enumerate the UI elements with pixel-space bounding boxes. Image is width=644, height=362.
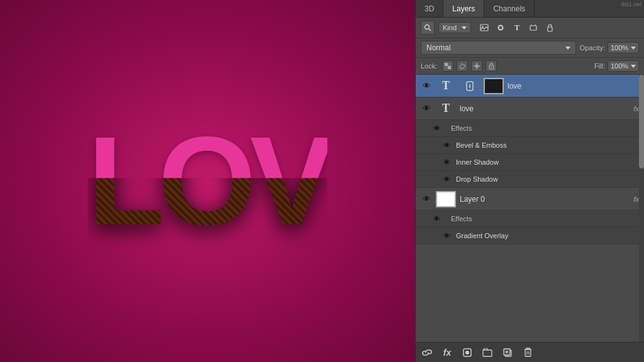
svg-point-22 — [465, 351, 469, 354]
svg-rect-23 — [483, 350, 492, 356]
search-icon[interactable] — [421, 21, 435, 35]
add-mask-icon[interactable] — [461, 346, 474, 359]
lock-position-icon[interactable] — [471, 60, 482, 72]
layer-effects-group-2[interactable]: 👁 Effects — [416, 211, 644, 228]
opacity-input[interactable]: 100% — [608, 42, 639, 53]
svg-point-3 — [482, 26, 483, 27]
layer-text-icon: T — [436, 78, 456, 94]
layer0-thumbnail — [436, 191, 456, 207]
svg-rect-13 — [445, 66, 448, 69]
svg-line-1 — [429, 29, 431, 31]
fill-input[interactable]: 100% — [608, 60, 639, 72]
fill-section: Fill: 100% — [594, 60, 639, 72]
layer-inner-shadow[interactable]: 👁 Inner Shadow — [416, 154, 644, 171]
bevel-eye-icon[interactable]: 👁 — [441, 140, 452, 151]
svg-point-18 — [491, 67, 492, 68]
scrollbar-track[interactable] — [639, 75, 644, 342]
kind-select[interactable]: Kind — [438, 22, 471, 33]
layer-item-love-selected[interactable]: 👁 T love — [416, 75, 644, 97]
create-group-icon[interactable] — [481, 346, 494, 359]
svg-rect-6 — [530, 26, 536, 30]
create-new-layer-icon[interactable] — [501, 346, 514, 359]
layers-list: 👁 T love 👁 T love fx 👁 E — [416, 75, 644, 342]
kind-chevron-icon — [462, 26, 467, 30]
gradient-eye-icon[interactable]: 👁 — [441, 230, 452, 241]
fill-chevron-icon — [631, 65, 636, 68]
blend-opacity-bar: Normal Opacity: 100% — [416, 38, 644, 58]
opacity-section: Opacity: 100% — [580, 42, 639, 53]
watermark: ib51.net — [621, 1, 641, 8]
effects-2-eye-icon[interactable]: 👁 — [431, 213, 442, 224]
delete-layer-icon[interactable] — [521, 346, 534, 359]
tab-layers[interactable]: Layers — [443, 0, 484, 17]
layer-effects-group[interactable]: 👁 Effects — [416, 120, 644, 137]
tab-channels[interactable]: Channels — [484, 0, 535, 17]
drop-shadow-eye-icon[interactable]: 👁 — [441, 173, 452, 185]
layer-bevel-emboss[interactable]: 👁 Bevel & Emboss — [416, 137, 644, 154]
blend-mode-select[interactable]: Normal — [421, 41, 576, 55]
canvas: LOV LOV — [0, 0, 415, 362]
svg-rect-28 — [525, 349, 531, 356]
ps-panel: 3D Layers Channels ib51.net Kind — [415, 0, 644, 362]
layer0-eye-icon[interactable]: 👁 — [421, 194, 432, 205]
scrollbar-thumb[interactable] — [639, 75, 644, 168]
kind-circle-icon[interactable] — [494, 21, 508, 35]
layer-text-icon-2: T — [436, 101, 456, 117]
love-text-container: LOV LOV — [87, 109, 327, 253]
layer-visibility-eye[interactable]: 👁 — [421, 80, 432, 92]
layer0-fx-badge: fx — [633, 195, 639, 203]
layer-item-love-fx[interactable]: 👁 T love fx — [416, 97, 644, 120]
lock-icons — [442, 60, 589, 72]
layer-chain-icon — [460, 78, 480, 94]
svg-rect-11 — [448, 66, 451, 69]
kind-image-icon[interactable] — [477, 21, 491, 35]
fx-badge: fx — [633, 105, 639, 112]
svg-rect-9 — [548, 27, 552, 31]
opacity-chevron-icon — [631, 47, 636, 50]
tab-3d[interactable]: 3D — [416, 0, 443, 17]
svg-rect-12 — [448, 63, 451, 66]
link-layers-icon[interactable] — [421, 346, 433, 359]
add-layer-style-icon[interactable]: fx — [441, 346, 453, 359]
layer-gradient-overlay[interactable]: 👁 Gradient Overlay — [416, 228, 644, 244]
blend-chevron-icon — [565, 47, 570, 50]
kind-icons: T — [477, 21, 557, 35]
lock-all-icon[interactable] — [486, 60, 497, 72]
layer-visibility-eye-2[interactable]: 👁 — [421, 103, 432, 114]
layer-item-layer0[interactable]: 👁 Layer 0 fx — [416, 188, 644, 211]
layer-drop-shadow[interactable]: 👁 Drop Shadow — [416, 171, 644, 188]
kind-lock-icon[interactable] — [543, 21, 557, 35]
kind-bar: Kind T — [416, 18, 644, 38]
kind-shape-icon[interactable] — [526, 21, 540, 35]
kind-text-icon[interactable]: T — [510, 21, 524, 35]
effects-eye-icon[interactable]: 👁 — [431, 123, 442, 134]
lock-paint-icon[interactable] — [457, 60, 468, 72]
layer-thumbnail-black — [484, 78, 504, 94]
svg-rect-10 — [445, 63, 448, 66]
panel-tabs: 3D Layers Channels ib51.net — [416, 0, 644, 18]
lock-fill-bar: Lock: — [416, 58, 644, 75]
inner-shadow-eye-icon[interactable]: 👁 — [441, 156, 452, 168]
svg-point-5 — [499, 26, 502, 30]
panel-bottom-toolbar: fx — [416, 342, 644, 362]
lock-transparency-icon[interactable] — [442, 60, 453, 72]
svg-point-0 — [425, 25, 430, 30]
